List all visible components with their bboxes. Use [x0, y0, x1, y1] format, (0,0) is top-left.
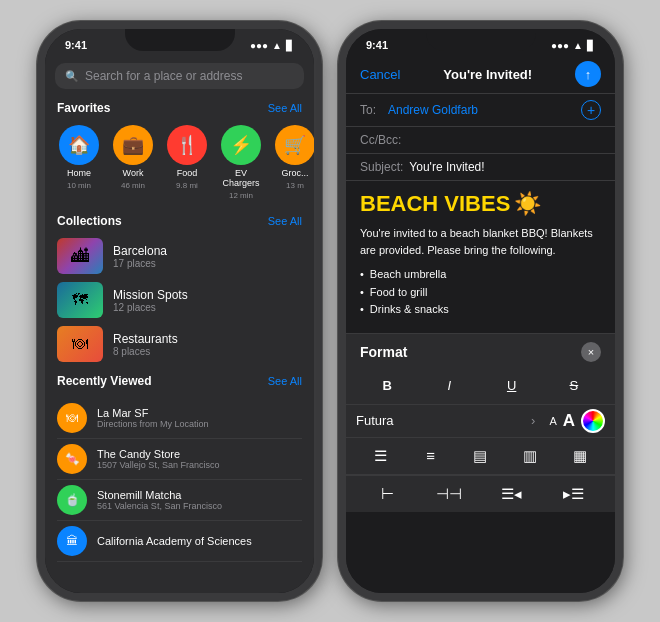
collection-barcelona[interactable]: 🏙 Barcelona 17 places [57, 238, 302, 274]
format-panel: Format × B I U S Futura › A A ☰ ≡ [346, 333, 615, 512]
recent-stonemill[interactable]: 🍵 Stonemill Matcha 561 Valencia St, San … [57, 480, 302, 521]
mission-info: Mission Spots 12 places [113, 288, 188, 313]
text-style-row: B I U S [346, 368, 615, 405]
ev-sublabel: 12 min [229, 191, 253, 200]
numbered-list-button[interactable]: ≡ [413, 442, 449, 470]
mail-signal-icon: ●●● [551, 40, 569, 51]
favorites-title: Favorites [57, 101, 110, 115]
cc-bcc-field[interactable]: Cc/Bcc: [346, 127, 615, 154]
notch-mail [426, 29, 536, 51]
font-size-increase[interactable]: A [563, 411, 575, 431]
recent-la-mar[interactable]: 🍽 La Mar SF Directions from My Location [57, 398, 302, 439]
barcelona-thumbnail: 🏙 [57, 238, 103, 274]
favorite-food[interactable]: 🍴 Food 9.8 mi [165, 125, 209, 200]
font-name[interactable]: Futura [356, 413, 525, 428]
home-label: Home [67, 168, 91, 178]
candy-store-sub: 1507 Vallejo St, San Francisco [97, 460, 219, 470]
underline-button[interactable]: U [494, 372, 530, 400]
align-right-button[interactable]: ▦ [562, 442, 598, 470]
stonemill-icon: 🍵 [57, 485, 87, 515]
candy-store-icon: 🍬 [57, 444, 87, 474]
collections-list: 🏙 Barcelona 17 places 🗺 Mission Spots 12… [45, 238, 314, 362]
mission-thumbnail: 🗺 [57, 282, 103, 318]
recently-viewed-list: 🍽 La Mar SF Directions from My Location … [45, 398, 314, 562]
la-mar-info: La Mar SF Directions from My Location [97, 407, 209, 429]
recent-cal-academy[interactable]: 🏛 California Academy of Sciences [57, 521, 302, 562]
mail-status-time: 9:41 [366, 39, 388, 51]
mission-count: 12 places [113, 302, 188, 313]
recently-viewed-title: Recently Viewed [57, 374, 152, 388]
bullet-list-button[interactable]: ☰ [363, 442, 399, 470]
collection-restaurants[interactable]: 🍽 Restaurants 8 places [57, 326, 302, 362]
format-panel-header: Format × [346, 334, 615, 368]
maps-screen: 9:41 ●●● ▲ ▊ 🔍 Search for a place or add… [45, 29, 314, 593]
favorite-groc[interactable]: 🛒 Groc... 13 m [273, 125, 314, 200]
groc-icon: 🛒 [275, 125, 314, 165]
indent-left-button[interactable]: ⊢ [369, 480, 405, 508]
barcelona-count: 17 places [113, 258, 167, 269]
work-label: Work [123, 168, 144, 178]
favorites-see-all[interactable]: See All [268, 102, 302, 114]
collection-mission[interactable]: 🗺 Mission Spots 12 places [57, 282, 302, 318]
restaurants-info: Restaurants 8 places [113, 332, 178, 357]
indent-increase-button[interactable]: ⊣⊣ [431, 480, 467, 508]
subject-field[interactable]: Subject: You're Invited! [346, 154, 615, 181]
favorites-row: 🏠 Home 10 min 💼 Work 46 min 🍴 Food 9.8 m… [45, 125, 314, 200]
list-item-umbrella: Beach umbrella [360, 266, 601, 284]
list-outdent-button[interactable]: ▸☰ [556, 480, 592, 508]
align-left-button[interactable]: ▤ [462, 442, 498, 470]
search-bar[interactable]: 🔍 Search for a place or address [55, 63, 304, 89]
font-row: Futura › A A [346, 405, 615, 438]
format-close-button[interactable]: × [581, 342, 601, 362]
collections-title: Collections [57, 214, 122, 228]
sun-emoji: ☀️ [514, 191, 541, 217]
to-field[interactable]: To: Andrew Goldfarb + [346, 94, 615, 127]
food-icon: 🍴 [167, 125, 207, 165]
notch [125, 29, 235, 51]
align-center-button[interactable]: ▥ [512, 442, 548, 470]
cancel-button[interactable]: Cancel [360, 67, 400, 82]
mail-battery-icon: ▊ [587, 40, 595, 51]
compose-title: You're Invited! [443, 67, 532, 82]
home-icon: 🏠 [59, 125, 99, 165]
list-item-food: Food to grill [360, 284, 601, 302]
cal-academy-icon: 🏛 [57, 526, 87, 556]
stonemill-name: Stonemill Matcha [97, 489, 222, 501]
collections-see-all[interactable]: See All [268, 215, 302, 227]
strikethrough-button[interactable]: S [556, 372, 592, 400]
mission-name: Mission Spots [113, 288, 188, 302]
wifi-icon: ▲ [272, 40, 282, 51]
italic-button[interactable]: I [431, 372, 467, 400]
favorite-ev[interactable]: ⚡ EV Chargers 12 min [219, 125, 263, 200]
add-recipient-button[interactable]: + [581, 100, 601, 120]
font-size-decrease[interactable]: A [549, 415, 556, 427]
format-title: Format [360, 344, 407, 360]
barcelona-info: Barcelona 17 places [113, 244, 167, 269]
send-button[interactable]: ↑ [575, 61, 601, 87]
beach-items-list: Beach umbrella Food to grill Drinks & sn… [360, 266, 601, 319]
mail-wifi-icon: ▲ [573, 40, 583, 51]
recent-candy-store[interactable]: 🍬 The Candy Store 1507 Vallejo St, San F… [57, 439, 302, 480]
restaurants-count: 8 places [113, 346, 178, 357]
recently-viewed-see-all[interactable]: See All [268, 375, 302, 387]
stonemill-sub: 561 Valencia St, San Francisco [97, 501, 222, 511]
cal-academy-info: California Academy of Sciences [97, 535, 252, 547]
to-label: To: [360, 103, 382, 117]
bold-button[interactable]: B [369, 372, 405, 400]
to-value[interactable]: Andrew Goldfarb [388, 103, 575, 117]
indent-row: ⊢ ⊣⊣ ☰◂ ▸☰ [346, 475, 615, 512]
list-indent-button[interactable]: ☰◂ [494, 480, 530, 508]
recently-viewed-header: Recently Viewed See All [45, 370, 314, 392]
ev-label: EV Chargers [219, 168, 263, 188]
candy-store-name: The Candy Store [97, 448, 219, 460]
phone-mail: 9:41 ●●● ▲ ▊ Cancel You're Invited! ↑ To… [338, 21, 623, 601]
favorite-work[interactable]: 💼 Work 46 min [111, 125, 155, 200]
ev-icon: ⚡ [221, 125, 261, 165]
la-mar-icon: 🍽 [57, 403, 87, 433]
barcelona-name: Barcelona [113, 244, 167, 258]
mail-body[interactable]: BEACH VIBES ☀️ You're invited to a beach… [346, 181, 615, 329]
subject-value[interactable]: You're Invited! [409, 160, 484, 174]
favorite-home[interactable]: 🏠 Home 10 min [57, 125, 101, 200]
restaurants-thumbnail: 🍽 [57, 326, 103, 362]
color-picker-button[interactable] [581, 409, 605, 433]
